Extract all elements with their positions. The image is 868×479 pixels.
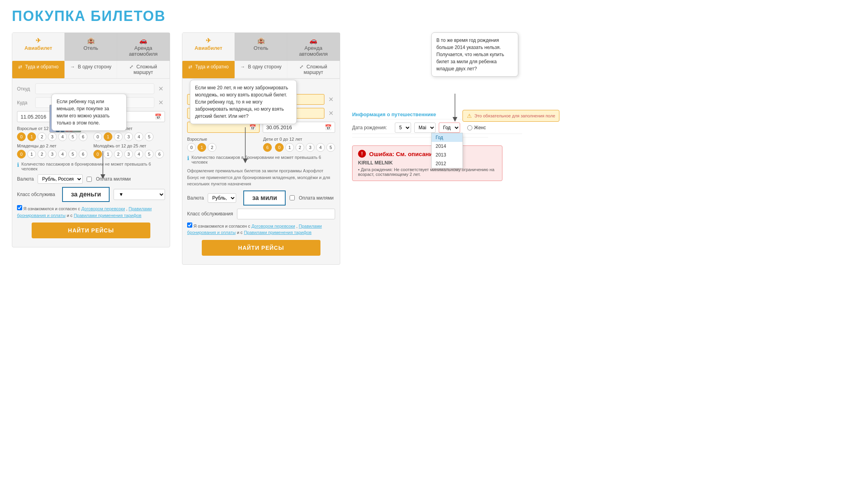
child-5[interactable]: 5	[145, 132, 154, 141]
child-4[interactable]: 4	[135, 132, 143, 141]
traveler-section: В то же время год рождения больше 2014 у…	[352, 32, 522, 181]
clear-to-2[interactable]: ✕	[327, 109, 335, 117]
youth-group-1: Молодёжь от 12 до 25 лет 0 1 2 3 4 5 6	[93, 143, 165, 158]
youth-2[interactable]: 2	[114, 150, 123, 158]
flight-oneway-2[interactable]: → В одну сторону	[235, 61, 288, 78]
agree-link1-2[interactable]: Договором перевозки	[252, 224, 295, 228]
p2-child-1[interactable]: 1	[285, 143, 294, 152]
p2-adult-2[interactable]: 2	[208, 143, 216, 152]
currency-select-1[interactable]: Рубль, Россия	[38, 174, 83, 184]
youth-3[interactable]: 3	[124, 150, 133, 158]
adult-5[interactable]: 5	[68, 132, 77, 141]
infant-1[interactable]: 1	[27, 150, 36, 158]
dob-year-select[interactable]: Год	[439, 123, 460, 133]
year-option-2014[interactable]: 2014	[432, 142, 462, 151]
p2-child-0[interactable]: 0	[275, 143, 284, 152]
p2-child-3[interactable]: 3	[306, 143, 315, 152]
p2-child-6[interactable]: 6	[263, 143, 272, 152]
year-option-header[interactable]: Год	[432, 133, 462, 142]
oneway-icon: →	[70, 64, 75, 70]
agree-checkbox-2[interactable]	[187, 223, 192, 228]
youth-5[interactable]: 5	[145, 150, 154, 158]
adults-group-2: Взрослые 0 1 2	[187, 137, 258, 152]
flight-oneway-1[interactable]: → В одну сторону	[65, 61, 118, 78]
adult-2[interactable]: 2	[38, 132, 46, 141]
adult-6[interactable]: 6	[79, 132, 87, 141]
p2-child-2[interactable]: 2	[296, 143, 304, 152]
infant-5[interactable]: 5	[68, 150, 77, 158]
adult-1[interactable]: 1	[27, 132, 36, 141]
adults-counter-1: 0 1 2 3 4 5 6	[17, 132, 89, 141]
warn-icon: ⚠	[467, 113, 472, 119]
p2-adult-0[interactable]: 0	[187, 143, 196, 152]
flight-roundtrip-2[interactable]: ⇄ Туда и обратно	[182, 61, 235, 78]
class-row-2: Класс обслуживания	[187, 209, 335, 219]
tab-rental-1[interactable]: 🚗 Аренда автомобиля	[117, 33, 170, 61]
clear-to-1[interactable]: ✕	[157, 99, 165, 106]
class-select-1[interactable]: ▼	[114, 189, 165, 200]
child-0[interactable]: 0	[93, 132, 102, 141]
tab-flight-2[interactable]: ✈ Авиабилет	[182, 33, 235, 61]
dob-month-select[interactable]: Mai	[414, 123, 436, 133]
clear-from-2[interactable]: ✕	[327, 96, 335, 103]
tabs-row-1: ✈ Авиабилет 🏨 Отель 🚗 Аренда автомобиля	[12, 33, 170, 61]
tab-rental-2[interactable]: 🚗 Аренда автомобиля	[287, 33, 340, 61]
agree-checkbox-1[interactable]	[17, 205, 22, 210]
p2-adult-1[interactable]: 1	[197, 143, 206, 152]
currency-label-2: Валюта	[187, 195, 204, 201]
youth-4[interactable]: 4	[135, 150, 143, 158]
agree-link3-2[interactable]: Правилами применения тарифов	[244, 230, 311, 235]
infants-label-1: Младенцы до 2 лет	[17, 143, 89, 148]
error-title-row: ! Ошибка: См. описание ниже.	[358, 150, 497, 158]
from-input-1[interactable]	[35, 83, 154, 94]
infant-2[interactable]: 2	[38, 150, 46, 158]
year-select-container: Год ⚠ Это обязательное для заполнения по…	[439, 123, 460, 133]
youth-1[interactable]: 1	[104, 150, 112, 158]
tab-hotel-2[interactable]: 🏨 Отель	[235, 33, 288, 61]
calendar-icon-4: 📅	[325, 124, 332, 130]
currency-select-2[interactable]: Рубль,	[208, 193, 236, 203]
miles-checkbox-2[interactable]	[290, 195, 295, 200]
year-option-2013[interactable]: 2013	[432, 151, 462, 159]
adult-3[interactable]: 3	[48, 132, 57, 141]
tab-flight-1[interactable]: ✈ Авиабилет	[12, 33, 65, 61]
infant-0[interactable]: 0	[17, 150, 26, 158]
agree-link3-1[interactable]: Правилами применения тарифов	[74, 213, 141, 218]
class-input-2[interactable]	[237, 209, 335, 219]
infant-3[interactable]: 3	[48, 150, 57, 158]
adult-4[interactable]: 4	[58, 132, 67, 141]
p2-child-4[interactable]: 4	[316, 143, 325, 152]
gender-label[interactable]: Женс	[467, 125, 486, 130]
gender-radio[interactable]	[467, 125, 472, 130]
error-box: ! Ошибка: См. описание ниже. KIRILL MELN…	[352, 145, 502, 181]
to-label-1: Куда	[17, 100, 33, 106]
flight-complex-2[interactable]: ⤢ Сложный маршрут	[287, 61, 340, 78]
child-2[interactable]: 2	[114, 132, 123, 141]
dob-day-select[interactable]: 5	[395, 123, 411, 133]
flight-complex-1[interactable]: ⤢ Сложный маршрут	[117, 61, 170, 78]
youth-0[interactable]: 0	[93, 150, 102, 158]
agree-link1-1[interactable]: Договором перевозки	[81, 206, 125, 211]
passengers-2: Взрослые 0 1 2 Дети от 0 до 12 лет	[187, 137, 335, 152]
year-dropdown[interactable]: Год 2014 2013 2012	[431, 133, 463, 168]
infant-4[interactable]: 4	[58, 150, 67, 158]
miles-checkbox-1[interactable]	[87, 177, 92, 182]
search-btn-1[interactable]: НАЙТИ РЕЙСЫ	[32, 223, 150, 238]
youth-label-1: Молодёжь от 12 до 25 лет	[93, 143, 165, 148]
p2-child-5[interactable]: 5	[326, 143, 335, 152]
year-option-2012[interactable]: 2012	[432, 159, 462, 168]
hotel-icon-2: 🏨	[238, 37, 284, 44]
tooltip-bubble-3: В то же время год рождения больше 2014 у…	[431, 32, 518, 77]
infant-6[interactable]: 6	[79, 150, 87, 158]
agree-row-2: Я ознакомился и согласен с Договором пер…	[187, 223, 335, 236]
youth-6[interactable]: 6	[155, 150, 164, 158]
tab-hotel-1[interactable]: 🏨 Отель	[65, 33, 118, 61]
clear-from-1[interactable]: ✕	[157, 85, 165, 92]
adult-0[interactable]: 0	[17, 132, 26, 141]
child-1[interactable]: 1	[104, 132, 112, 141]
child-3[interactable]: 3	[124, 132, 133, 141]
flight-roundtrip-1[interactable]: ⇄ Туда и обратно	[12, 61, 65, 78]
search-btn-2[interactable]: НАЙТИ РЕЙСЫ	[202, 240, 320, 256]
roundtrip-icon-2: ⇄	[188, 64, 192, 70]
youth-counter-1: 0 1 2 3 4 5 6	[93, 150, 165, 158]
